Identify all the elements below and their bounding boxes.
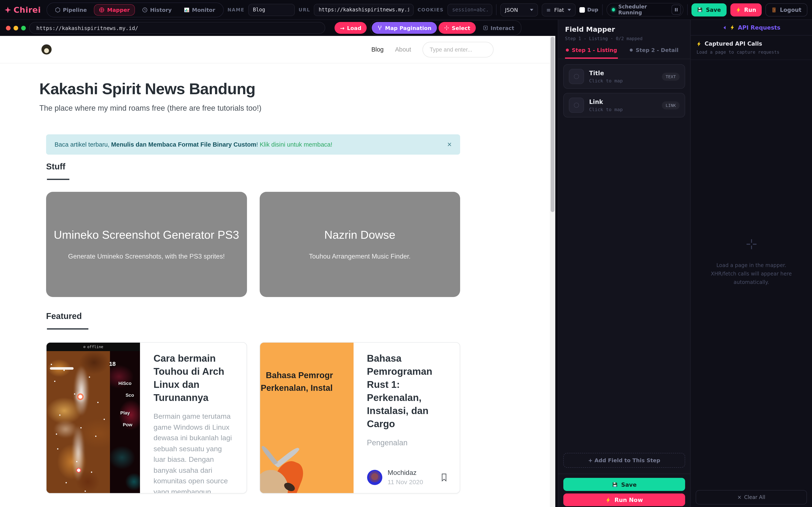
clear-all-button[interactable]: × Clear All bbox=[696, 490, 807, 504]
divider bbox=[687, 4, 688, 15]
article-excerpt: Pengenalan bbox=[367, 438, 449, 449]
article-author-row: Mochidaz 11 Nov 2020 bbox=[367, 469, 449, 486]
game-score: 18 bbox=[109, 360, 116, 367]
article-excerpt: Bermain game terutama game Windows di Li… bbox=[154, 411, 235, 494]
minimize-window-icon[interactable] bbox=[13, 25, 18, 30]
save-button[interactable]: Save bbox=[692, 3, 726, 16]
cookies-label: COOKIES bbox=[417, 7, 444, 12]
maximize-window-icon[interactable] bbox=[21, 25, 26, 30]
game-health-bar bbox=[50, 367, 73, 370]
close-window-icon[interactable] bbox=[6, 25, 11, 30]
nav-link-blog[interactable]: Blog bbox=[371, 46, 384, 53]
dup-checkbox[interactable]: Dup bbox=[579, 7, 598, 13]
api-empty-state: Load a page in the mapper. XHR/fetch cal… bbox=[691, 47, 812, 477]
stuff-heading: Stuff bbox=[46, 162, 460, 172]
lightning-icon bbox=[735, 7, 741, 12]
tab-step2-detail[interactable]: Step 2 - Detail bbox=[629, 45, 679, 59]
api-panel-header[interactable]: API Requests bbox=[691, 20, 812, 36]
field-list: Title Click to map TEXT Link Click to ma… bbox=[558, 59, 690, 122]
captured-api-calls-title: Captured API Calls bbox=[705, 41, 762, 47]
field-mapper-subtitle: Step 1 - Listing · 0/2 mapped bbox=[565, 36, 683, 41]
dot-icon bbox=[630, 49, 633, 52]
field-card-title[interactable]: Title Click to map TEXT bbox=[563, 64, 685, 89]
field-card-link[interactable]: Link Click to map LINK bbox=[563, 93, 685, 117]
article-card-rust[interactable]: Bahasa Pemrogr Perkenalan, Instal Bahasa… bbox=[259, 342, 460, 494]
page-scrollbar[interactable] bbox=[550, 36, 555, 507]
bookmark-icon[interactable] bbox=[440, 472, 449, 482]
structure-select[interactable]: ≡ Flat bbox=[542, 3, 575, 16]
banner-close-icon[interactable]: × bbox=[447, 140, 452, 149]
url-label: URL bbox=[299, 7, 310, 12]
chirei-app: Chirei Pipeline Mapper History Monitor N… bbox=[0, 0, 812, 507]
page-subtitle: The place where my mind roams free (ther… bbox=[39, 104, 555, 113]
lightning-icon bbox=[730, 25, 735, 30]
load-button[interactable]: → Load bbox=[335, 22, 367, 34]
game-player-sprite bbox=[77, 393, 84, 400]
featured-grid: ⊘ offline HiSco Sco bbox=[46, 342, 460, 494]
fork-icon bbox=[377, 25, 383, 31]
tab-history[interactable]: History bbox=[137, 4, 177, 15]
scheduler-status-label: Scheduler Running bbox=[618, 4, 668, 16]
article-thumbnail-rust: Bahasa Pemrogr Perkenalan, Instal bbox=[260, 343, 353, 493]
stuff-grid: Umineko Screenshot Generator PS3 Generat… bbox=[46, 192, 460, 297]
stuff-card-umineko[interactable]: Umineko Screenshot Generator PS3 Generat… bbox=[46, 192, 247, 297]
banner-link[interactable]: Klik disini untuk membaca! bbox=[260, 141, 332, 148]
scrollbar-thumb[interactable] bbox=[551, 37, 554, 212]
tab-mapper[interactable]: Mapper bbox=[94, 4, 135, 15]
checkbox-icon bbox=[579, 7, 585, 12]
browser-url-bar[interactable]: https://kakashispiritnews.my.id/ bbox=[29, 22, 325, 34]
scheduler-status: Scheduler Running bbox=[606, 3, 683, 16]
list-icon: ≡ bbox=[546, 7, 551, 13]
run-now-button[interactable]: Run Now bbox=[563, 494, 685, 506]
site-nav: Blog About bbox=[371, 42, 494, 57]
mapper-save-button[interactable]: Save bbox=[563, 478, 685, 491]
section-rule bbox=[46, 328, 460, 330]
cookies-input[interactable] bbox=[448, 4, 492, 16]
article-thumbnail-touhou: ⊘ offline HiSco Sco bbox=[47, 343, 140, 493]
article-title[interactable]: Cara bermain Touhou di Arch Linux dan Tu… bbox=[154, 352, 235, 404]
hero: Kakashi Spirit News Bandung The place wh… bbox=[0, 63, 555, 113]
map-pagination-button[interactable]: Map Pagination bbox=[372, 22, 437, 34]
app-logo: Chirei bbox=[5, 5, 41, 14]
banner-text: Baca artikel terbaru, Menulis dan Membac… bbox=[55, 141, 333, 148]
nav-link-about[interactable]: About bbox=[395, 46, 411, 53]
name-label: NAME bbox=[227, 7, 245, 12]
article-card-touhou[interactable]: ⊘ offline HiSco Sco bbox=[46, 342, 247, 494]
select-button[interactable]: Select bbox=[439, 22, 475, 34]
close-icon: × bbox=[738, 494, 742, 500]
globe-icon bbox=[99, 7, 105, 12]
tab-monitor[interactable]: Monitor bbox=[179, 4, 220, 15]
pipeline-url-input[interactable] bbox=[314, 4, 414, 16]
field-target-icon bbox=[569, 69, 584, 84]
tab-pipeline[interactable]: Pipeline bbox=[50, 4, 92, 15]
format-select[interactable]: JSON bbox=[500, 3, 538, 16]
site-logo-avatar[interactable] bbox=[42, 44, 52, 55]
run-button[interactable]: Run bbox=[730, 3, 762, 16]
tab-step1-listing[interactable]: Step 1 - Listing bbox=[565, 45, 618, 59]
interact-icon bbox=[483, 25, 488, 31]
article-date: 11 Nov 2020 bbox=[388, 478, 423, 486]
pipeline-name-input[interactable] bbox=[248, 4, 295, 16]
clock-icon bbox=[142, 7, 148, 12]
api-empty-text: Load a page in the mapper. XHR/fetch cal… bbox=[704, 262, 799, 287]
floppy-icon bbox=[697, 7, 703, 13]
top-toolbar: Chirei Pipeline Mapper History Monitor N… bbox=[0, 0, 812, 20]
pause-button[interactable] bbox=[672, 5, 681, 15]
crosshair-icon bbox=[444, 25, 449, 31]
browser-chrome: https://kakashispiritnews.my.id/ → Load … bbox=[0, 20, 558, 36]
app-logo-text: Chirei bbox=[13, 5, 41, 14]
door-icon bbox=[771, 7, 777, 12]
logout-button[interactable]: Logout bbox=[765, 3, 807, 16]
bar-chart-icon bbox=[184, 7, 190, 12]
chevron-down-icon bbox=[567, 9, 571, 11]
field-mapper-title: Field Mapper bbox=[565, 25, 683, 34]
site-search-input[interactable] bbox=[422, 42, 494, 57]
notice-banner: Baca artikel terbaru, Menulis dan Membac… bbox=[46, 134, 460, 155]
add-field-button[interactable]: + Add Field to This Step bbox=[563, 453, 685, 468]
interact-button[interactable]: Interact bbox=[477, 22, 520, 34]
star-icon bbox=[5, 7, 11, 13]
arrow-right-icon: → bbox=[340, 25, 345, 31]
article-title[interactable]: Bahasa Pemrograman Rust 1: Perkenalan, I… bbox=[367, 352, 449, 431]
stuff-card-nazrin[interactable]: Nazrin Dowse Touhou Arrangement Music Fi… bbox=[259, 192, 460, 297]
browser-viewport: Blog About Kakashi Spirit News Bandung T… bbox=[0, 36, 555, 507]
